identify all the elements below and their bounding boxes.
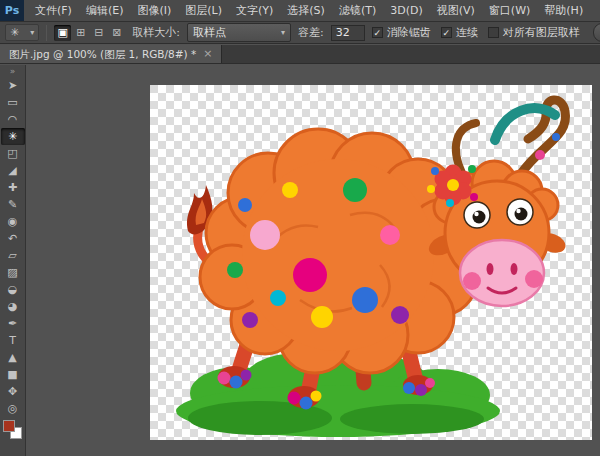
lasso-tool[interactable]: ◠ [1, 111, 25, 128]
menu-select[interactable]: 选择(S) [280, 0, 332, 21]
zoom-tool[interactable]: ◎ [1, 400, 25, 417]
eraser-tool[interactable]: ▱ [1, 247, 25, 264]
menu-edit[interactable]: 编辑(E) [79, 0, 131, 21]
tools-panel: » ➤▭◠✳◰◢✚✎◉↶▱▨◒◕✒T▲■✥◎ [0, 65, 26, 456]
nostril-right [511, 263, 518, 275]
checkbox-box[interactable]: ✓ [441, 27, 452, 38]
selection-mode-group: ▣⊞⊟⊠ [54, 25, 125, 41]
checkbox-box[interactable] [488, 27, 499, 38]
checkbox-label: 连续 [456, 25, 478, 40]
crop-tool[interactable]: ◰ [1, 145, 25, 162]
path-selection-tool[interactable]: ▲ [1, 349, 25, 366]
chevron-down-icon: ▾ [281, 28, 285, 37]
options-checkboxes: ✓消除锯齿✓连续对所有图层取样 [372, 25, 580, 40]
tolerance-input[interactable] [331, 25, 365, 41]
menu-image[interactable]: 图像(I) [130, 0, 178, 21]
magic-wand-icon: ✳ [10, 26, 19, 39]
menu-bar: Ps 文件(F)编辑(E)图像(I)图层(L)文字(Y)选择(S)滤镜(T)3D… [0, 0, 600, 22]
hand-tool[interactable]: ✥ [1, 383, 25, 400]
anti-alias-checkbox[interactable]: ✓消除锯齿 [372, 25, 431, 40]
contiguous-checkbox[interactable]: ✓连续 [441, 25, 478, 40]
intersect-selection-icon[interactable]: ⊠ [108, 25, 125, 41]
menu-layer[interactable]: 图层(L) [178, 0, 229, 21]
brush-tool[interactable]: ✎ [1, 196, 25, 213]
artwork-cow-illustration [150, 85, 592, 440]
sample-size-label: 取样大小: [132, 25, 180, 40]
shape-tool[interactable]: ■ [1, 366, 25, 383]
menu-threed[interactable]: 3D(D) [383, 0, 430, 21]
magic-wand-tool[interactable]: ✳ [1, 128, 25, 145]
sample-size-select[interactable]: 取样点 ▾ [187, 23, 291, 42]
refine-edge-button[interactable]: 调整边缘... [593, 23, 600, 42]
menu-file[interactable]: 文件(F) [28, 0, 79, 21]
chevron-down-icon: ▾ [30, 28, 34, 37]
document-tab-bar: 图片.jpg @ 100% (图层 1, RGB/8#) * × [0, 45, 600, 64]
blur-tool[interactable]: ◒ [1, 281, 25, 298]
collapse-panel-icon[interactable]: » [10, 66, 16, 77]
close-icon[interactable]: × [203, 45, 212, 63]
checkbox-box[interactable]: ✓ [372, 27, 383, 38]
cheek-right [525, 270, 543, 288]
tool-preset-picker[interactable]: ✳ ▾ [5, 24, 39, 41]
options-divider [46, 25, 47, 41]
add-to-selection-icon[interactable]: ⊞ [72, 25, 89, 41]
cheek-left [463, 272, 481, 290]
pen-tool[interactable]: ✒ [1, 315, 25, 332]
clone-stamp-tool[interactable]: ◉ [1, 213, 25, 230]
menu-type[interactable]: 文字(Y) [229, 0, 280, 21]
subtract-from-selection-icon[interactable]: ⊟ [90, 25, 107, 41]
new-selection-icon[interactable]: ▣ [54, 25, 71, 41]
checkbox-label: 对所有图层取样 [503, 25, 580, 40]
nostril-left [487, 263, 494, 275]
canvas-work-area [27, 65, 600, 456]
history-brush-tool[interactable]: ↶ [1, 230, 25, 247]
foreground-color-swatch[interactable] [3, 420, 15, 432]
type-tool[interactable]: T [1, 332, 25, 349]
sample-all-layers-checkbox[interactable]: 对所有图层取样 [488, 25, 580, 40]
document-tab-title: 图片.jpg @ 100% (图层 1, RGB/8#) * [9, 45, 196, 63]
image-transparency-area[interactable] [150, 85, 592, 440]
move-tool[interactable]: ➤ [1, 77, 25, 94]
tolerance-label: 容差: [298, 25, 324, 40]
menu-window[interactable]: 窗口(W) [482, 0, 537, 21]
menu-help[interactable]: 帮助(H) [537, 0, 590, 21]
sample-size-value: 取样点 [193, 25, 226, 40]
tool-list: ➤▭◠✳◰◢✚✎◉↶▱▨◒◕✒T▲■✥◎ [1, 77, 25, 417]
menu-filter[interactable]: 滤镜(T) [332, 0, 383, 21]
color-swatches [3, 420, 23, 441]
dodge-tool[interactable]: ◕ [1, 298, 25, 315]
menu-view[interactable]: 视图(V) [430, 0, 482, 21]
photoshop-logo: Ps [0, 0, 24, 21]
checkbox-label: 消除锯齿 [387, 25, 431, 40]
tool-options-bar: ✳ ▾ ▣⊞⊟⊠ 取样大小: 取样点 ▾ 容差: ✓消除锯齿✓连续对所有图层取样… [0, 22, 600, 44]
menu-bar-items: 文件(F)编辑(E)图像(I)图层(L)文字(Y)选择(S)滤镜(T)3D(D)… [28, 0, 590, 21]
gradient-tool[interactable]: ▨ [1, 264, 25, 281]
document-tab[interactable]: 图片.jpg @ 100% (图层 1, RGB/8#) * × [0, 45, 222, 63]
marquee-tool[interactable]: ▭ [1, 94, 25, 111]
eyedropper-tool[interactable]: ◢ [1, 162, 25, 179]
healing-brush-tool[interactable]: ✚ [1, 179, 25, 196]
